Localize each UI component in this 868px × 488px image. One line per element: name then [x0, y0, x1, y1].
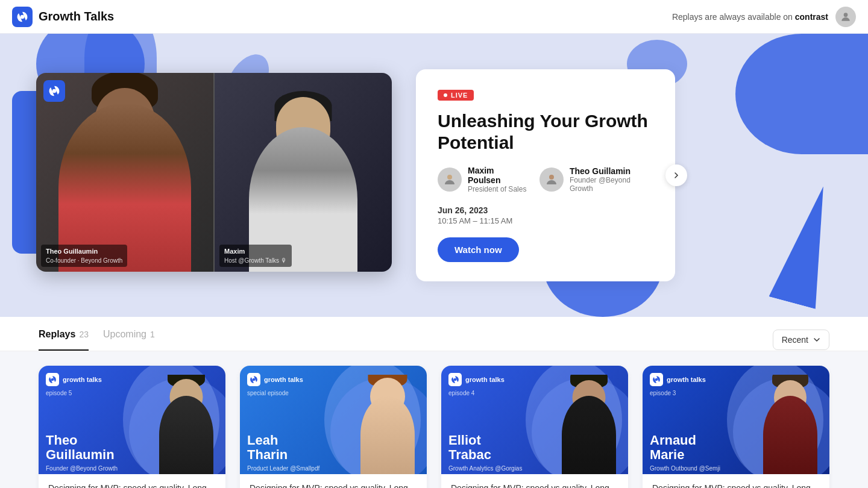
episode-card[interactable]: growth talks episode 4 ElliotTrabac Grow…: [441, 366, 628, 488]
speaker-2-info: Theo Guillamin Founder @Beyond Growth: [570, 166, 653, 193]
card-logo-text: growth talks: [264, 376, 303, 383]
svg-point-3: [52, 89, 57, 93]
user-avatar[interactable]: [835, 7, 856, 27]
svg-point-8: [454, 378, 457, 381]
video-panel-right: Maxim Host @Growth Talks 🎙: [213, 73, 392, 272]
chevron-right-icon: [671, 170, 681, 180]
tab-replays[interactable]: Replays 23: [39, 329, 89, 351]
card-title-text: Designing for MVP: speed vs quality. Lon…: [250, 483, 417, 488]
episode-card[interactable]: growth talks episode 5 TheoGuillaumin Fo…: [39, 366, 225, 488]
card-thumbnail: growth talks episode 3 ArnaudMarie Growt…: [643, 366, 829, 474]
card-logo-svg: [652, 375, 661, 384]
live-text: LIVE: [451, 92, 468, 99]
card-title-text: Designing for MVP: speed vs quality. Lon…: [652, 483, 820, 488]
card-guest-name: LeahTharin: [247, 433, 288, 462]
card-logo: growth talks: [650, 373, 706, 386]
card-person: [751, 375, 829, 474]
card-logo: growth talks: [46, 373, 102, 386]
video-logo-icon: [43, 80, 65, 102]
speakers-row: Maxim Poulsen President of Sales Theo Gu…: [438, 166, 653, 193]
tabs-section: Replays 23 Upcoming 1 Recent: [0, 317, 868, 351]
episode-card[interactable]: growth talks episode 3 ArnaudMarie Growt…: [643, 366, 829, 488]
video-panel-left: Theo Guillaumin Co-founder · Beyond Grow…: [36, 73, 213, 272]
card-logo: growth talks: [448, 373, 505, 386]
card-text: Designing for MVP: speed vs quality. Lon…: [39, 474, 225, 488]
card-guest-role: Product Leader @Smallpdf: [247, 465, 319, 472]
card-logo: growth talks: [247, 373, 303, 386]
svg-point-2: [844, 13, 848, 17]
sort-button[interactable]: Recent: [773, 330, 829, 350]
replays-text: Replays are always available on contrast: [672, 12, 828, 22]
episodes-grid: growth talks episode 5 TheoGuillaumin Fo…: [39, 366, 829, 488]
card-title-text: Designing for MVP: speed vs quality. Lon…: [451, 483, 618, 488]
speaker-1-name: Maxim Poulsen: [468, 166, 527, 185]
right-person-bg: [215, 73, 392, 272]
card-text: Designing for MVP: speed vs quality. Lon…: [240, 474, 427, 488]
card-logo-svg: [451, 375, 459, 384]
card-guest-role: Founder @Beyond Growth: [46, 465, 118, 472]
episode-card[interactable]: growth talks special episode LeahTharin …: [240, 366, 427, 488]
card-logo-icon: [247, 373, 260, 386]
card-thumbnail: growth talks episode 5 TheoGuillaumin Fo…: [39, 366, 225, 474]
card-logo-text: growth talks: [667, 376, 706, 383]
card-guest-name: ArnaudMarie: [650, 433, 696, 462]
card-person: [550, 375, 628, 474]
sort-label: Recent: [782, 335, 808, 345]
svg-point-4: [447, 175, 452, 180]
card-episode-label: episode 4: [448, 390, 474, 396]
card-thumbnail: growth talks episode 4 ElliotTrabac Grow…: [441, 366, 628, 474]
card-avatar-img: [550, 375, 628, 474]
right-speaker-role: Host @Growth Talks 🎙: [224, 256, 287, 265]
video-label-right: Maxim Host @Growth Talks 🎙: [219, 245, 292, 267]
avatar-icon: [840, 11, 852, 23]
watch-now-button[interactable]: Watch now: [438, 237, 519, 262]
card-guest-name: ElliotTrabac: [448, 433, 491, 462]
card-body: [562, 396, 616, 474]
tab-replays-count: 23: [79, 330, 89, 339]
tab-replays-label: Replays: [39, 329, 75, 340]
live-dot: [444, 93, 447, 97]
right-speaker-name: Maxim: [224, 246, 287, 257]
info-card: LIVE Unleashing Your Growth Potential Ma…: [416, 69, 675, 281]
video-frame-wrapper: Theo Guillaumin Co-founder · Beyond Grow…: [36, 73, 392, 278]
next-arrow-button[interactable]: [665, 164, 687, 186]
live-video[interactable]: Theo Guillaumin Co-founder · Beyond Grow…: [36, 73, 392, 272]
card-guest-name: TheoGuillaumin: [46, 433, 115, 462]
speaker-2: Theo Guillamin Founder @Beyond Growth: [539, 166, 653, 193]
card-logo-icon: [46, 373, 59, 386]
app-logo[interactable]: [12, 7, 33, 27]
video-label-left: Theo Guillaumin Co-founder · Beyond Grow…: [41, 245, 127, 267]
header-right: Replays are always available on contrast: [672, 7, 856, 27]
header: Growth Talks Replays are always availabl…: [0, 0, 868, 34]
left-person-bg: [36, 73, 213, 272]
speaker-2-role: Founder @Beyond Growth: [570, 176, 653, 193]
video-logo-svg: [48, 85, 60, 97]
app-title: Growth Talks: [39, 10, 114, 23]
svg-point-6: [51, 378, 54, 381]
card-logo-svg: [250, 375, 258, 384]
card-body: [763, 396, 817, 474]
svg-point-9: [655, 378, 658, 381]
speaker-2-avatar: [539, 167, 564, 192]
hero-content: Theo Guillaumin Co-founder · Beyond Grow…: [0, 69, 868, 281]
cards-section: growth talks episode 5 TheoGuillaumin Fo…: [0, 351, 868, 488]
card-episode-label: episode 3: [650, 390, 676, 396]
card-episode-label: special episode: [247, 390, 289, 396]
left-speaker-name: Theo Guillaumin: [46, 246, 122, 257]
talk-title: Unleashing Your Growth Potential: [438, 110, 653, 154]
card-guest-role: Growth Analytics @Gorgias: [448, 465, 522, 472]
hero-section: Theo Guillaumin Co-founder · Beyond Grow…: [0, 34, 868, 317]
tab-upcoming-label: Upcoming: [103, 329, 146, 340]
card-avatar-img: [751, 375, 829, 474]
svg-point-5: [549, 175, 554, 180]
speaker-1: Maxim Poulsen President of Sales: [438, 166, 527, 193]
card-avatar-img: [147, 375, 225, 474]
event-date: Jun 26, 2023: [438, 205, 653, 215]
svg-point-7: [253, 378, 256, 381]
speaker-2-name: Theo Guillamin: [570, 166, 653, 176]
chevron-down-icon: [813, 336, 820, 343]
card-logo-text: growth talks: [63, 376, 102, 383]
card-title-text: Designing for MVP: speed vs quality. Lon…: [48, 483, 216, 488]
tab-upcoming[interactable]: Upcoming 1: [103, 329, 155, 351]
speaker-1-role: President of Sales: [468, 185, 527, 193]
